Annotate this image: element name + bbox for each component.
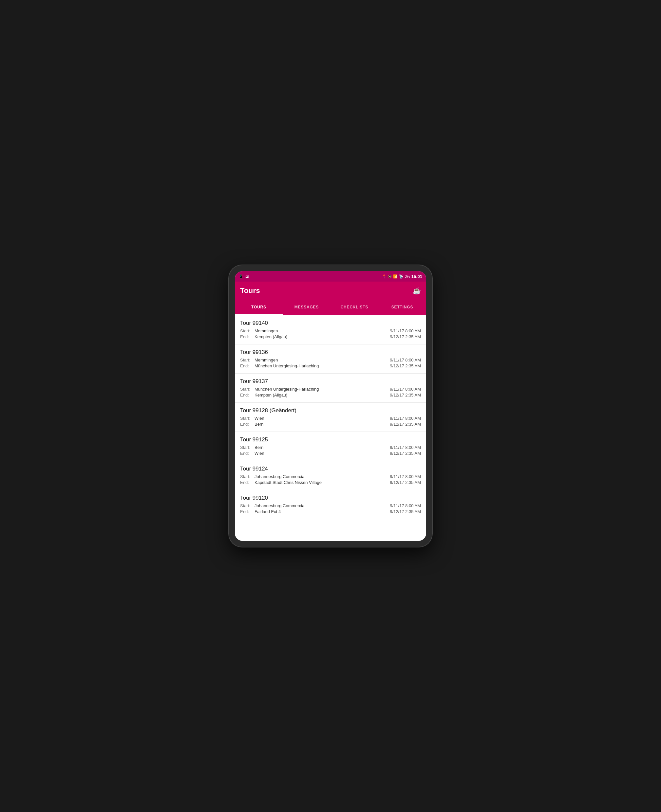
coffee-icon[interactable]: ☕ <box>413 287 421 295</box>
tour-start-date: 9/11/17 8:00 AM <box>390 503 421 508</box>
tour-end-date: 9/12/17 2:35 AM <box>390 451 421 456</box>
tour-start-location: Wien <box>254 416 264 421</box>
tour-end-row: End: Kapstadt Stadt Chris Nissen Village… <box>240 480 421 485</box>
tour-end-location: Kempten (Allgäu) <box>254 393 287 398</box>
clock-time: 15:01 <box>411 274 422 279</box>
tour-end-left: End: Kapstadt Stadt Chris Nissen Village <box>240 480 322 485</box>
location-icon: 📍 <box>382 274 386 279</box>
tour-start-row: Start: Memmingen 9/11/17 8:00 AM <box>240 328 421 333</box>
tour-start-label: Start: <box>240 416 252 421</box>
status-right-area: 📍 🔇 📶 📡 3% 15:01 <box>382 274 422 279</box>
tour-name: Tour 99140 <box>240 320 421 326</box>
wifi-icon: 📶 <box>393 274 398 279</box>
tour-start-row: Start: Johannesburg Commercia 9/11/17 8:… <box>240 503 421 508</box>
status-left-icons: 📱 🖼 <box>239 274 249 279</box>
tour-item[interactable]: Tour 99128 (Geändert) Start: Wien 9/11/1… <box>235 403 426 432</box>
tour-start-row: Start: Memmingen 9/11/17 8:00 AM <box>240 358 421 363</box>
tab-messages[interactable]: MESSAGES <box>283 300 330 314</box>
device-frame: 📱 🖼 📍 🔇 📶 📡 3% 15:01 Tours ☕ TOURS M <box>229 265 432 547</box>
tour-start-date: 9/11/17 8:00 AM <box>390 328 421 333</box>
tour-start-location: Johannesburg Commercia <box>254 503 304 508</box>
tour-item[interactable]: Tour 99125 Start: Bern 9/11/17 8:00 AM E… <box>235 432 426 461</box>
tab-settings[interactable]: SETTINGS <box>378 300 426 314</box>
tour-end-location: Kempten (Allgäu) <box>254 334 287 339</box>
app-bar: Tours ☕ <box>235 282 426 300</box>
tour-end-label: End: <box>240 363 252 368</box>
tab-tours[interactable]: TOURS <box>235 300 283 314</box>
tour-start-row: Start: Wien 9/11/17 8:00 AM <box>240 416 421 421</box>
tour-start-date: 9/11/17 8:00 AM <box>390 416 421 421</box>
tour-start-left: Start: Memmingen <box>240 358 278 363</box>
tour-start-left: Start: Johannesburg Commercia <box>240 474 304 479</box>
tour-end-row: End: Kempten (Allgäu) 9/12/17 2:35 AM <box>240 393 421 398</box>
tour-end-left: End: Kempten (Allgäu) <box>240 393 287 398</box>
tour-name: Tour 99137 <box>240 378 421 385</box>
tour-name: Tour 99124 <box>240 466 421 472</box>
tour-item[interactable]: Tour 99136 Start: Memmingen 9/11/17 8:00… <box>235 344 426 374</box>
tour-end-row: End: Kempten (Allgäu) 9/12/17 2:35 AM <box>240 334 421 339</box>
app-title: Tours <box>240 287 260 295</box>
tour-name: Tour 99120 <box>240 495 421 501</box>
tour-start-location: Memmingen <box>254 358 278 363</box>
tab-bar: TOURS MESSAGES CHECKLISTS SETTINGS <box>235 300 426 315</box>
battery-percent: 3% <box>405 274 410 278</box>
signal-icon: 📡 <box>399 274 404 279</box>
tour-item[interactable]: Tour 99140 Start: Memmingen 9/11/17 8:00… <box>235 315 426 344</box>
tour-start-left: Start: Memmingen <box>240 328 278 333</box>
tour-start-left: Start: München Untergiesing-Harlaching <box>240 387 319 392</box>
tour-start-label: Start: <box>240 358 252 363</box>
tour-item[interactable]: Tour 99120 Start: Johannesburg Commercia… <box>235 490 426 519</box>
tour-start-location: Memmingen <box>254 328 278 333</box>
tour-end-left: End: Wien <box>240 451 264 456</box>
tour-end-date: 9/12/17 2:35 AM <box>390 334 421 339</box>
tour-start-label: Start: <box>240 503 252 508</box>
tour-start-left: Start: Bern <box>240 445 263 450</box>
tour-end-left: End: Fairland Ext 4 <box>240 509 281 514</box>
tour-end-row: End: Fairland Ext 4 9/12/17 2:35 AM <box>240 509 421 514</box>
tour-end-location: Wien <box>254 451 264 456</box>
tour-end-location: Bern <box>254 422 263 427</box>
device-screen: 📱 🖼 📍 🔇 📶 📡 3% 15:01 Tours ☕ TOURS M <box>235 271 426 541</box>
tour-end-row: End: Bern 9/12/17 2:35 AM <box>240 422 421 427</box>
tour-start-location: Johannesburg Commercia <box>254 474 304 479</box>
tour-start-label: Start: <box>240 387 252 392</box>
tour-end-location: Fairland Ext 4 <box>254 509 281 514</box>
tour-end-label: End: <box>240 334 252 339</box>
tour-end-location: München Untergiesing-Harlaching <box>254 363 319 368</box>
tour-list: Tour 99140 Start: Memmingen 9/11/17 8:00… <box>235 315 426 528</box>
tab-checklists-label: CHECKLISTS <box>341 305 369 309</box>
phone-icon: 📱 <box>239 274 243 279</box>
tour-name: Tour 99136 <box>240 349 421 355</box>
mute-icon: 🔇 <box>388 275 392 278</box>
tour-start-row: Start: Johannesburg Commercia 9/11/17 8:… <box>240 474 421 479</box>
tour-start-location: Bern <box>254 445 263 450</box>
tour-end-date: 9/12/17 2:35 AM <box>390 422 421 427</box>
tour-end-date: 9/12/17 2:35 AM <box>390 393 421 398</box>
tour-start-date: 9/11/17 8:00 AM <box>390 474 421 479</box>
tour-start-date: 9/11/17 8:00 AM <box>390 445 421 450</box>
tour-end-row: End: München Untergiesing-Harlaching 9/1… <box>240 363 421 368</box>
tour-end-label: End: <box>240 422 252 427</box>
tab-checklists[interactable]: CHECKLISTS <box>330 300 378 314</box>
tour-item[interactable]: Tour 99124 Start: Johannesburg Commercia… <box>235 461 426 490</box>
tour-end-left: End: Bern <box>240 422 263 427</box>
tour-start-label: Start: <box>240 328 252 333</box>
tour-end-label: End: <box>240 480 252 485</box>
tour-end-label: End: <box>240 393 252 398</box>
tour-start-row: Start: München Untergiesing-Harlaching 9… <box>240 387 421 392</box>
tour-item[interactable]: Tour 99137 Start: München Untergiesing-H… <box>235 374 426 403</box>
tour-start-date: 9/11/17 8:00 AM <box>390 387 421 392</box>
tour-start-row: Start: Bern 9/11/17 8:00 AM <box>240 445 421 450</box>
tour-start-label: Start: <box>240 445 252 450</box>
tour-end-date: 9/12/17 2:35 AM <box>390 480 421 485</box>
tab-tours-label: TOURS <box>251 305 266 309</box>
tour-start-left: Start: Wien <box>240 416 264 421</box>
tour-end-date: 9/12/17 2:35 AM <box>390 509 421 514</box>
tour-end-date: 9/12/17 2:35 AM <box>390 363 421 368</box>
tour-end-label: End: <box>240 509 252 514</box>
bottom-area <box>235 528 426 541</box>
tour-end-left: End: München Untergiesing-Harlaching <box>240 363 319 368</box>
tour-end-location: Kapstadt Stadt Chris Nissen Village <box>254 480 322 485</box>
tour-name: Tour 99128 (Geändert) <box>240 407 421 414</box>
status-bar: 📱 🖼 📍 🔇 📶 📡 3% 15:01 <box>235 271 426 282</box>
